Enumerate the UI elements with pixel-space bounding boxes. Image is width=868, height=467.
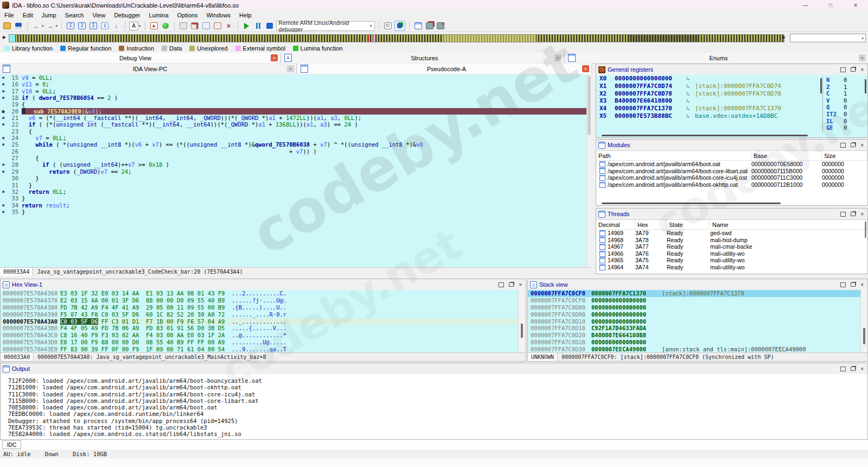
- hex-row[interactable]: 0000007E570A4380FD 7B 42 A9 F4 4F 41 A9 …: [1, 304, 518, 311]
- close-icon[interactable]: ×: [859, 54, 866, 61]
- code-text[interactable]: {: [22, 155, 591, 161]
- tab-structures[interactable]: A Structures ×: [282, 53, 564, 63]
- band-left-arrow-icon[interactable]: ▶: [3, 35, 6, 40]
- column-path[interactable]: Path: [596, 151, 751, 160]
- tab-pseudocode-a[interactable]: Pseudocode-A ×: [298, 64, 592, 74]
- output-log[interactable]: 712F2000: loaded /apex/com.android.art/j…: [1, 374, 867, 439]
- maximize-icon[interactable]: [840, 143, 846, 148]
- pseudocode-line[interactable]: 30 }: [0, 175, 591, 181]
- code-text[interactable]: }: [22, 175, 591, 181]
- float-icon[interactable]: [851, 212, 856, 216]
- flag-row[interactable]: Q0: [826, 104, 865, 111]
- close-icon[interactable]: ×: [860, 67, 864, 73]
- float-icon[interactable]: [851, 143, 856, 147]
- column-name[interactable]: Name: [710, 220, 867, 229]
- registers-list[interactable]: N0Z1C1V0Q0IT20IL0GE0 X00000000000000000↳…: [596, 75, 867, 137]
- hex-row[interactable]: 0000007E570A43B0F4 4F 05 A9 FD 7B 06 A9 …: [1, 325, 518, 332]
- close-icon[interactable]: ×: [554, 54, 561, 61]
- flag-row[interactable]: GE0: [826, 124, 865, 131]
- close-icon[interactable]: ×: [860, 282, 864, 288]
- breakpoint-group-icon[interactable]: [213, 21, 222, 30]
- registers-vscroll[interactable]: [820, 78, 822, 93]
- hex-bytes[interactable]: E8 17 00 F9 88 00 00 D0 08 55 40 B9 FF F…: [60, 339, 232, 346]
- idc-button[interactable]: IDC: [2, 440, 21, 449]
- thread-row[interactable]: 149693A79Readyged-swd: [596, 230, 867, 237]
- pseudocode-line[interactable]: ●24 v7 = 0LL;: [0, 135, 591, 141]
- stack-row[interactable]: 0000007FFA7C0CF80000000000000000: [528, 297, 860, 304]
- code-text[interactable]: while ( *(unsigned __int8 *)(v6 + v7) ==…: [22, 141, 591, 148]
- code-text[interactable]: if ( (*(unsigned int (__fastcall **)(__i…: [22, 121, 591, 128]
- navigation-band[interactable]: ▶ ▶ ▾: [0, 32, 868, 44]
- flag-row[interactable]: Z1: [826, 84, 865, 91]
- modules-header[interactable]: Path Base Size: [596, 151, 867, 161]
- modules-list[interactable]: /apex/com.android.art/javalib/arm64/boot…: [596, 161, 867, 188]
- code-text[interactable]: return result;: [22, 202, 591, 209]
- stack-row[interactable]: 0000007FFA7C0D20B400007E664108B8: [528, 332, 860, 339]
- thread-row[interactable]: 149653A75Readymali-utility-wo: [596, 257, 867, 264]
- close-icon[interactable]: ×: [287, 65, 294, 72]
- forward-icon[interactable]: →: [46, 21, 55, 30]
- registers-title-bar[interactable]: General registers ×: [596, 64, 867, 75]
- pseudocode-line[interactable]: ●16v11 = 0;: [0, 81, 591, 87]
- run-to-cursor-icon[interactable]: [394, 21, 405, 31]
- colors-icon[interactable]: ▲: [149, 21, 159, 30]
- flag-row[interactable]: IT20: [826, 111, 865, 118]
- menu-item-view[interactable]: View: [88, 10, 110, 20]
- float-icon[interactable]: [851, 282, 856, 287]
- flag-row[interactable]: V0: [826, 97, 865, 104]
- thread-row[interactable]: 149663A76Readymali-utility-wo: [596, 250, 867, 257]
- flag-row[interactable]: IL0: [826, 118, 865, 125]
- address-band[interactable]: [9, 34, 784, 42]
- pause-process-icon[interactable]: [253, 21, 263, 30]
- close-icon[interactable]: ×: [582, 65, 589, 72]
- hex-bytes[interactable]: C8 16 40 F9 F3 03 02 AA F4 03 00 AA E0 0…: [60, 332, 232, 339]
- minimize-button[interactable]: —: [793, 0, 818, 10]
- text-style-icon[interactable]: A: [129, 22, 138, 30]
- hex-bytes[interactable]: E3 03 1F 32 E0 03 14 AA E1 03 13 AA 08 0…: [60, 290, 232, 297]
- pseudocode-line[interactable]: 19{: [0, 101, 591, 108]
- idc-command-input[interactable]: [21, 440, 868, 450]
- hex-row[interactable]: 0000007E570A43C0C8 16 40 F9 F3 03 02 AA …: [1, 332, 518, 339]
- jump-name-icon[interactable]: ↧: [77, 21, 87, 30]
- maximize-button[interactable]: □: [818, 0, 843, 10]
- scrollbar-thumb[interactable]: [588, 75, 591, 135]
- close-button[interactable]: ×: [843, 0, 868, 10]
- hex-dump[interactable]: 0000007E570A4360E3 03 1F 32 E0 03 14 AA …: [1, 290, 518, 353]
- pseudocode-line[interactable]: ●35}: [0, 209, 591, 215]
- registers-hscroll[interactable]: [602, 135, 808, 136]
- thread-row[interactable]: 149683A78Readymali-hist-dump: [596, 237, 867, 244]
- float-icon[interactable]: [509, 282, 514, 287]
- lumina-icon[interactable]: [161, 21, 170, 30]
- pseudocode-line[interactable]: ●29 return (_DWORD)v7 == 24;: [0, 168, 591, 175]
- stack-view-title-bar[interactable]: ◎ Stack view ×: [528, 279, 867, 291]
- close-icon[interactable]: ×: [860, 366, 864, 372]
- open-file-icon[interactable]: [2, 21, 12, 30]
- column-decimal[interactable]: Decimal: [596, 220, 635, 229]
- pseudocode-scrollbar[interactable]: [586, 74, 592, 267]
- float-icon[interactable]: [851, 367, 856, 371]
- band-right-arrow-icon[interactable]: ▶: [782, 35, 786, 40]
- stack-list[interactable]: 0000007FFA7C0CF00000007FFA7C1370[stack]:…: [528, 290, 860, 353]
- menu-item-edit[interactable]: Edit: [18, 10, 37, 20]
- pseudocode-line[interactable]: ●18if ( dword_7E570B6054 == 2 ): [0, 94, 591, 101]
- code-text[interactable]: return (_DWORD)v7 == 24;: [22, 168, 591, 175]
- maximize-icon[interactable]: [840, 367, 846, 371]
- modules-hscroll[interactable]: [602, 203, 781, 204]
- code-text[interactable]: v7 = 0LL;: [22, 135, 591, 141]
- hex-row[interactable]: 0000007E570A4370E2 03 15 AA 00 01 3F D6 …: [1, 297, 518, 304]
- menu-item-help[interactable]: Help: [235, 10, 256, 20]
- hex-row[interactable]: 0000007E570A43D0E8 17 00 F9 88 00 00 D0 …: [1, 339, 518, 346]
- hex-bytes[interactable]: F4 4F 05 A9 FD 7B 06 A9 FD 83 01 91 56 D…: [60, 325, 232, 332]
- breakpoint-add-icon[interactable]: [190, 21, 200, 30]
- code-text[interactable]: if ( (unsigned __int64)++v7 >= 0x18 ): [22, 161, 591, 168]
- close-icon[interactable]: ×: [519, 282, 522, 288]
- menu-item-options[interactable]: Options: [173, 10, 202, 20]
- band-range-combo[interactable]: ▾: [790, 34, 866, 42]
- close-icon[interactable]: ×: [860, 211, 864, 217]
- code-text[interactable]: v9 = 0LL;: [22, 74, 591, 81]
- hex-bytes[interactable]: F5 07 43 F8 C0 03 5F D6 60 1C 82 52 20 3…: [60, 311, 232, 318]
- code-text[interactable]: }: [22, 209, 591, 215]
- code-text[interactable]: v11 = 0;: [22, 81, 591, 87]
- hex-view-title-bar[interactable]: ◎ Hex View-1 ×: [1, 279, 526, 291]
- pseudocode-line[interactable]: ●25 while ( *(unsigned __int8 *)(v6 + v7…: [0, 141, 591, 148]
